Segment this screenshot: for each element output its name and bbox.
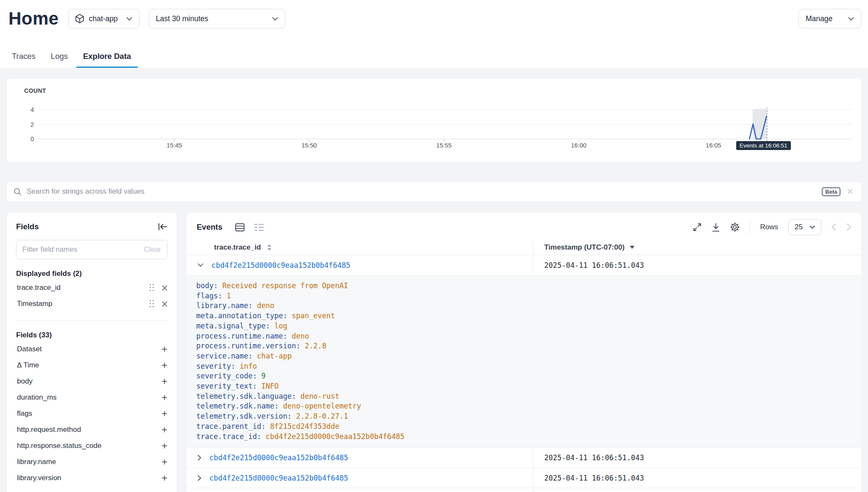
detail-key: trace.trace_id [196,432,257,441]
detail-value: info [239,362,257,370]
chevron-down-icon[interactable] [198,263,203,267]
displayed-fields-list: trace.trace_id Timestamp [16,280,167,312]
detail-value: 2.2.8 [305,342,326,350]
remove-field-icon[interactable] [162,301,167,307]
expand-panel-button[interactable] [693,223,701,231]
field-label: duration_ms [16,393,161,402]
chevron-down-icon [126,17,132,21]
field-label: Timestamp [16,300,150,308]
settings-button[interactable] [730,222,740,232]
tab-label: Traces [12,52,36,61]
add-field-icon[interactable]: + [161,392,167,403]
field-label: body [16,377,161,386]
prev-page-button[interactable] [832,223,836,231]
top-header: Home chat-app Last 30 minutes Manage Tra… [0,0,868,68]
manage-label: Manage [806,14,832,23]
sort-icon [267,244,272,251]
add-field-icon[interactable]: + [161,360,167,370]
svg-text:16:05: 16:05 [706,142,721,149]
remove-field-icon[interactable] [162,285,167,291]
displayed-field-row: trace.trace_id [16,280,167,296]
row-expand-cell[interactable]: cbd4f2e215d0000c9eaa152b0b4f6485 [186,255,533,275]
table-header-row: trace.trace_id Timestamp (UTC-07:00) [186,240,861,255]
add-field-icon[interactable]: + [161,425,167,435]
svg-text:2: 2 [31,121,34,128]
collapse-panel-icon[interactable] [158,223,167,230]
tab-bar: TracesLogsExplore Data [5,52,138,68]
events-panel: Events [186,213,861,492]
table-row: cbd4f2e215d0000c9eaa152b0b4f6485 2025-04… [186,468,861,488]
page-title: Home [8,8,59,29]
table-view-icon [235,223,245,231]
detail-key: process.runtime.name [196,332,283,340]
row-expand-cell[interactable]: cbd4f2e215d0000c9eaa152b0b4f6485 [186,448,533,467]
next-page-button[interactable] [846,223,851,231]
detail-value: log [274,322,287,330]
field-row[interactable]: library.name + [16,454,167,470]
add-field-icon[interactable]: + [161,376,167,386]
drag-handle-icon[interactable] [150,300,154,308]
field-row[interactable]: flags + [16,406,167,422]
detail-key: telemetry.sdk.name [196,402,274,410]
field-row[interactable]: library.version + [16,470,167,486]
detail-key: severity_code [196,372,253,380]
add-field-icon[interactable]: + [161,409,167,419]
add-field-icon[interactable]: + [161,473,167,483]
column-header-trace-id[interactable]: trace.trace_id [186,240,533,255]
add-field-icon[interactable]: + [161,457,167,467]
detail-line: telemetry.sdk.version: 2.2.8-0.27.1 [196,411,853,422]
trace-id-link[interactable]: cbd4f2e215d0000c9eaa152b0b4f6485 [209,453,348,462]
svg-text:15:55: 15:55 [436,142,451,149]
content-area: COUNT 02415:4515:5015:5516:0016:05 Event… [0,68,868,492]
tab[interactable]: Traces [5,52,42,68]
field-row[interactable]: duration_ms + [16,389,167,406]
detail-line: severity: info [196,361,853,372]
chevron-right-icon[interactable] [198,475,201,481]
tab[interactable]: Explore Data [76,52,138,68]
drag-handle-icon[interactable] [150,284,154,292]
chevron-down-icon [272,17,278,21]
trace-id-link[interactable]: cbd4f2e215d0000c9eaa152b0b4f6485 [209,474,348,482]
detail-value: deno-rust [300,392,339,400]
add-field-icon[interactable]: + [161,344,167,354]
field-row[interactable]: Δ Time + [16,357,167,373]
detail-key: flags [196,292,218,300]
detail-value: deno [257,301,274,310]
count-line-chart[interactable]: 02415:4515:5015:5516:0016:05 [7,79,861,162]
time-range-label: Last 30 minutes [156,14,209,23]
list-view-toggle[interactable] [254,223,264,231]
rows-per-page-select[interactable]: 25 [788,219,821,235]
trace-id-link[interactable]: cbd4f2e215d0000c9eaa152b0b4f6485 [211,261,351,270]
detail-value: 1 [227,292,231,300]
field-label: Dataset [16,345,161,353]
close-icon[interactable]: ✕ [846,187,854,196]
chart-plot-area[interactable]: 02415:4515:5015:5516:0016:05 Events at 1… [7,79,861,162]
field-label: http.response.status_code [16,442,161,450]
add-field-icon[interactable]: + [161,441,167,451]
field-row[interactable]: body + [16,373,167,389]
time-range-dropdown[interactable]: Last 30 minutes [149,9,285,28]
field-row[interactable]: Dataset + [16,341,167,357]
detail-key: telemetry.sdk.language [196,392,292,400]
detail-key: severity_text [196,382,253,390]
field-filter-input[interactable] [22,245,140,254]
chevron-right-icon [846,223,851,231]
detail-value: 2.2.8-0.27.1 [296,412,348,420]
field-row[interactable]: http.request.method + [16,422,167,438]
field-row[interactable]: http.response.status_code + [16,438,167,454]
svg-text:15:45: 15:45 [167,142,182,149]
filter-clear-button[interactable]: Clear [144,245,161,254]
search-input[interactable] [27,187,817,196]
manage-dropdown[interactable]: Manage [798,9,861,28]
detail-value: span_event [292,311,335,320]
dataset-dropdown[interactable]: chat-app [68,9,139,28]
chevron-right-icon[interactable] [198,455,201,461]
tab[interactable]: Logs [44,52,75,68]
row-expand-cell[interactable]: cbd4f2e215d0000c9eaa152b0b4f6485 [186,468,533,488]
table-view-toggle[interactable] [235,223,245,231]
download-icon [712,223,720,232]
field-filter: Clear [16,240,167,259]
divider [750,220,750,234]
column-header-timestamp[interactable]: Timestamp (UTC-07:00) [533,240,861,255]
download-button[interactable] [712,223,720,232]
